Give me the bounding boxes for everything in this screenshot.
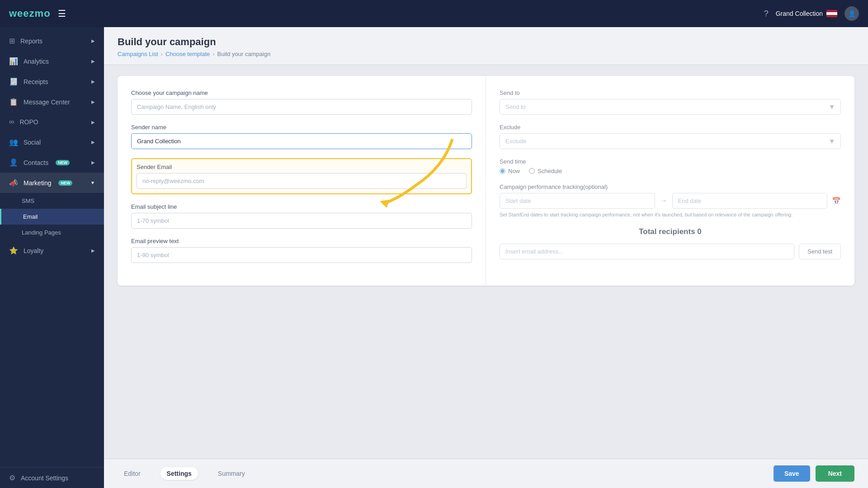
campaign-card: Choose your campaign name Sender name Se… xyxy=(118,76,854,286)
sidebar-item-receipts[interactable]: 🧾 Receipts ▶ xyxy=(0,71,104,92)
sidebar-item-contacts[interactable]: 👤 Contacts NEW ▶ xyxy=(0,152,104,173)
card-right: Send to Send to ▼ Exclude Exclude xyxy=(486,76,854,286)
sidebar-item-account-settings[interactable]: ⚙ Account Settings xyxy=(0,468,104,488)
tracking-group: Campaign performance tracking(optional) … xyxy=(500,183,841,218)
marketing-icon: 📣 xyxy=(9,178,18,187)
sidebar-item-label: ROPO xyxy=(19,118,38,126)
sidebar-item-reports[interactable]: ⊞ Reports ▶ xyxy=(0,31,104,51)
expand-icon: ▶ xyxy=(91,120,95,125)
save-button[interactable]: Save xyxy=(774,465,810,482)
date-range-inputs: → 📅 xyxy=(500,193,841,209)
sidebar-item-ropo[interactable]: ∞ ROPO ▶ xyxy=(0,112,104,132)
sender-name-group: Sender name xyxy=(131,124,472,149)
sidebar-sub-item-email[interactable]: Email xyxy=(0,209,104,225)
breadcrumb-sep-2: › xyxy=(212,51,214,57)
start-date-input[interactable] xyxy=(500,193,655,209)
campaign-name-label: Choose your campaign name xyxy=(131,89,472,96)
expand-icon: ▶ xyxy=(91,248,95,253)
ropo-icon: ∞ xyxy=(9,118,14,126)
exclude-label: Exclude xyxy=(500,124,841,131)
sidebar-item-label: Receipts xyxy=(24,78,48,85)
schedule-radio[interactable] xyxy=(529,168,535,174)
hamburger-icon[interactable]: ☰ xyxy=(58,8,66,19)
message-center-icon: 📋 xyxy=(9,98,18,106)
send-test-input[interactable] xyxy=(500,244,794,259)
step-tabs: Editor Settings Summary xyxy=(118,467,251,480)
sidebar-item-social[interactable]: 👥 Social ▶ xyxy=(0,132,104,152)
sender-email-input[interactable] xyxy=(137,173,467,189)
bottom-bar: Editor Settings Summary Save Next xyxy=(104,459,868,488)
sidebar-sub-item-landing-pages[interactable]: Landing Pages xyxy=(0,225,104,240)
contacts-icon: 👤 xyxy=(9,158,18,167)
social-icon: 👥 xyxy=(9,138,18,146)
sidebar-item-marketing[interactable]: 📣 Marketing NEW ▼ xyxy=(0,173,104,193)
settings-icon: ⚙ xyxy=(9,474,15,482)
send-now-radio[interactable] xyxy=(500,168,505,174)
org-name: Grand Collection xyxy=(776,10,837,17)
schedule-option[interactable]: Schedule xyxy=(529,168,562,174)
send-time-label: Send time xyxy=(500,158,841,165)
sender-name-input[interactable] xyxy=(131,133,472,149)
exclude-select-wrapper: Exclude ▼ xyxy=(500,133,841,149)
send-now-label: Now xyxy=(508,168,520,174)
sidebar-item-message-center[interactable]: 📋 Message Center ▶ xyxy=(0,92,104,112)
sender-name-label: Sender name xyxy=(131,124,472,131)
breadcrumb-current: Build your campaign xyxy=(217,51,271,57)
breadcrumb-campaigns-list[interactable]: Campaigns List xyxy=(118,51,158,57)
topbar-right: ? Grand Collection 👤 xyxy=(764,6,859,21)
date-helper-text: Set Start/End dates to start tracking ca… xyxy=(500,211,841,218)
breadcrumb-choose-template[interactable]: Choose template xyxy=(165,51,210,57)
total-recipients: Total recipients 0 xyxy=(500,227,841,236)
send-time-options: Now Schedule xyxy=(500,168,841,174)
send-now-option[interactable]: Now xyxy=(500,168,520,174)
avatar[interactable]: 👤 xyxy=(844,6,859,21)
email-preview-group: Email preview text xyxy=(131,238,472,263)
campaign-name-group: Choose your campaign name xyxy=(131,89,472,115)
email-preview-input[interactable] xyxy=(131,247,472,263)
breadcrumb-sep-1: › xyxy=(161,51,163,57)
sender-email-label: Sender Email xyxy=(137,164,467,170)
tab-settings[interactable]: Settings xyxy=(160,467,198,480)
card-left: Choose your campaign name Sender name Se… xyxy=(118,76,486,286)
expand-icon: ▶ xyxy=(91,38,95,43)
sidebar-item-label: Analytics xyxy=(24,58,49,65)
marketing-badge: NEW xyxy=(58,180,72,186)
sidebar-item-label: Contacts xyxy=(24,159,48,166)
end-date-input[interactable] xyxy=(672,193,828,209)
expand-icon: ▶ xyxy=(91,160,95,165)
send-to-select[interactable]: Send to xyxy=(500,99,841,115)
sidebar-item-analytics[interactable]: 📊 Analytics ▶ xyxy=(0,51,104,71)
help-icon[interactable]: ? xyxy=(764,9,769,19)
exclude-select[interactable]: Exclude xyxy=(500,133,841,149)
send-test-row: Send test xyxy=(500,244,841,259)
expand-icon: ▶ xyxy=(91,140,95,145)
calendar-icon: 📅 xyxy=(832,197,841,205)
email-subject-group: Email subject line xyxy=(131,203,472,229)
breadcrumb: Campaigns List › Choose template › Build… xyxy=(118,51,854,57)
logo: weezmo xyxy=(9,8,51,19)
email-subject-label: Email subject line xyxy=(131,203,472,210)
send-to-group: Send to Send to ▼ xyxy=(500,89,841,115)
tab-summary[interactable]: Summary xyxy=(212,467,251,480)
sidebar: ⊞ Reports ▶ 📊 Analytics ▶ 🧾 Receipts ▶ 📋… xyxy=(0,27,104,488)
expand-icon: ▶ xyxy=(91,79,95,84)
sidebar-item-loyalty[interactable]: ⭐ Loyalty ▶ xyxy=(0,240,104,261)
analytics-icon: 📊 xyxy=(9,57,18,66)
topbar-left: weezmo ☰ xyxy=(9,8,66,19)
sidebar-sub-item-sms[interactable]: SMS xyxy=(0,193,104,209)
landing-pages-label: Landing Pages xyxy=(22,229,61,236)
email-label: Email xyxy=(23,213,38,220)
sidebar-item-label: Loyalty xyxy=(24,247,43,254)
page-header: Build your campaign Campaigns List › Cho… xyxy=(104,27,868,65)
total-recipients-value: 0 xyxy=(697,227,701,236)
next-button[interactable]: Next xyxy=(816,465,854,482)
sidebar-item-label: Marketing xyxy=(24,179,51,187)
receipts-icon: 🧾 xyxy=(9,77,18,86)
email-preview-label: Email preview text xyxy=(131,238,472,244)
email-subject-input[interactable] xyxy=(131,213,472,229)
campaign-name-input[interactable] xyxy=(131,99,472,115)
send-test-button[interactable]: Send test xyxy=(799,244,841,259)
content: Build your campaign Campaigns List › Cho… xyxy=(104,27,868,488)
tab-editor[interactable]: Editor xyxy=(118,467,147,480)
sms-label: SMS xyxy=(22,197,34,204)
